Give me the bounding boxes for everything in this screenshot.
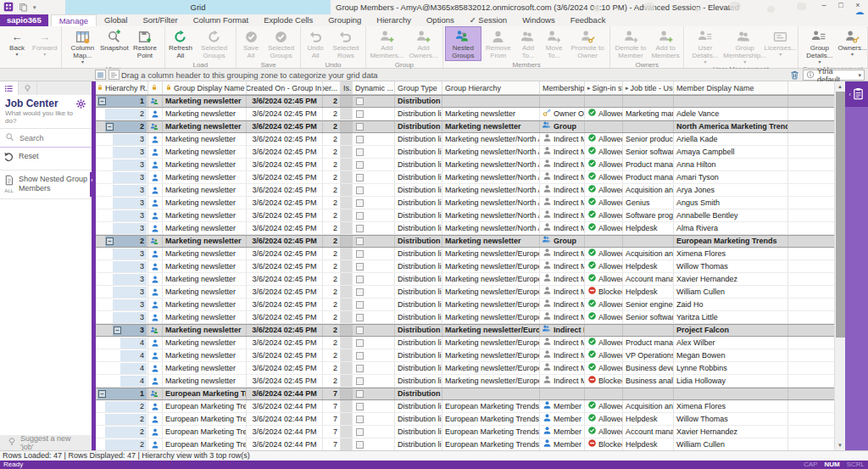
suggest-job-button[interactable]: Suggest a new 'job' xyxy=(0,435,92,450)
group-row[interactable]: −1Marketing newsletter3/6/2024 02:45 PM2… xyxy=(96,95,834,108)
column-header-dynamic[interactable]: Dynamic ... xyxy=(353,81,395,94)
window-tab-grid[interactable]: Grid xyxy=(65,0,331,14)
member-row[interactable]: 3Marketing newsletter3/6/2024 02:45 PM2D… xyxy=(96,197,834,209)
owners-button[interactable]: Owners...▾ xyxy=(839,26,865,58)
collapse-icon[interactable]: − xyxy=(114,327,121,334)
column-header-job-title-user[interactable]: ▸Job title - User ... xyxy=(623,81,674,94)
tab-hierarchy[interactable]: Hierarchy xyxy=(369,14,419,26)
dynamic-checkbox[interactable] xyxy=(356,250,364,258)
member-row[interactable]: 3Marketing newsletter3/6/2024 02:45 PM2D… xyxy=(96,159,834,171)
member-row[interactable]: 2European Marketing Trends3/6/2024 02:44… xyxy=(96,438,834,450)
tab-sort-filter[interactable]: Sort/Filter xyxy=(135,14,185,26)
collapse-icon[interactable]: − xyxy=(98,390,106,398)
column-header-created-on-group-in[interactable]: ▸Created On - Group In... xyxy=(247,81,323,94)
tab-session[interactable]: ✓ Session xyxy=(462,14,515,26)
column-header-group-hierarchy[interactable]: Group Hierarchy xyxy=(442,81,540,94)
member-row[interactable]: 3Marketing newsletter3/6/2024 02:45 PM2D… xyxy=(96,311,834,324)
column-header-item[interactable] xyxy=(148,81,163,94)
dynamic-checkbox[interactable] xyxy=(356,136,364,143)
search-input[interactable] xyxy=(18,133,77,143)
job-item-show-nested-group-members[interactable]: ALLShow Nested Group Members xyxy=(0,170,92,199)
collapse-icon[interactable]: − xyxy=(106,123,114,131)
dynamic-checkbox[interactable] xyxy=(356,225,364,232)
grouping-zone[interactable]: Drag a column header to this grouping zo… xyxy=(0,69,868,81)
column-header-member[interactable]: ▸Member... xyxy=(323,81,341,94)
side-flag-panel[interactable]: ‹ xyxy=(845,81,868,450)
snapshot-button[interactable]: Snapshot xyxy=(101,26,127,53)
dynamic-checkbox[interactable] xyxy=(356,403,364,410)
chevron-left-icon[interactable]: ‹ xyxy=(91,176,93,184)
dynamic-checkbox[interactable] xyxy=(356,327,364,334)
member-row[interactable]: 3Marketing newsletter3/6/2024 02:45 PM2D… xyxy=(96,146,834,159)
scroll-down-icon[interactable]: ▼ xyxy=(835,440,845,450)
dynamic-checkbox[interactable] xyxy=(356,123,364,131)
column-header-hierarchy-r[interactable]: Hierarchy R... xyxy=(96,81,148,94)
member-row[interactable]: 3Marketing newsletter3/6/2024 02:45 PM2D… xyxy=(96,299,834,311)
tab-feedback[interactable]: Feedback xyxy=(563,14,614,26)
column-header-membership[interactable]: Membership ... xyxy=(540,81,585,94)
dynamic-checkbox[interactable] xyxy=(356,416,364,423)
column-header-member-display-name[interactable]: Member Display Name xyxy=(674,81,788,94)
dynamic-checkbox[interactable] xyxy=(356,314,364,321)
group-row[interactable]: −3Marketing newsletter3/6/2024 02:45 PM2… xyxy=(96,324,834,337)
dynamic-checkbox[interactable] xyxy=(356,187,364,194)
dynamic-checkbox[interactable] xyxy=(356,174,364,181)
maximize-button[interactable]: □ xyxy=(832,0,849,11)
qat-dropdown-icon[interactable]: ▾ xyxy=(33,4,36,11)
dynamic-checkbox[interactable] xyxy=(356,212,364,220)
member-row[interactable]: 4Marketing newsletter3/6/2024 02:45 PM2D… xyxy=(96,362,834,375)
member-row[interactable]: 2European Marketing Trends3/6/2024 02:44… xyxy=(96,400,834,413)
sidebar-tab-suggestions[interactable] xyxy=(19,81,37,95)
tab-explode-cells[interactable]: Explode Cells xyxy=(256,14,320,26)
dynamic-checkbox[interactable] xyxy=(356,352,364,360)
view-selector-dropdown[interactable]: Ytria default ▾ xyxy=(803,70,865,81)
vertical-scrollbar[interactable]: ▲ ▼ xyxy=(834,81,845,450)
trash-icon[interactable] xyxy=(789,70,800,82)
column-header-group-type[interactable]: Group Type xyxy=(395,81,442,94)
column-map-button[interactable]: Column Map...▾ xyxy=(64,26,101,65)
dynamic-checkbox[interactable] xyxy=(356,161,364,169)
collapse-icon[interactable]: − xyxy=(106,237,114,245)
list-view-toggle-icon[interactable] xyxy=(108,70,120,80)
copy-icon[interactable] xyxy=(19,3,28,14)
member-row[interactable]: 3Marketing newsletter3/6/2024 02:45 PM2D… xyxy=(96,273,834,286)
member-row[interactable]: 4Marketing newsletter3/6/2024 02:45 PM2D… xyxy=(96,337,834,349)
member-row[interactable]: 4Marketing newsletter3/6/2024 02:45 PM2D… xyxy=(96,375,834,388)
dynamic-checkbox[interactable] xyxy=(356,365,364,372)
tab-grouping[interactable]: Grouping xyxy=(320,14,369,26)
member-row[interactable]: 3Marketing newsletter3/6/2024 02:45 PM2D… xyxy=(96,209,834,222)
dynamic-checkbox[interactable] xyxy=(356,148,364,156)
tab-global[interactable]: Global xyxy=(97,14,135,26)
group-row[interactable]: −1European Marketing Trends3/6/2024 02:4… xyxy=(96,388,834,400)
column-header-is[interactable]: Is... xyxy=(341,81,353,94)
member-row[interactable]: 2European Marketing Trends3/6/2024 02:44… xyxy=(96,426,834,438)
tab-windows[interactable]: Windows xyxy=(515,14,563,26)
sidebar-tab-jobs[interactable] xyxy=(0,81,19,95)
nested-groups-button[interactable]: Nested Groups xyxy=(445,26,481,61)
tab-options[interactable]: Options xyxy=(419,14,462,26)
group-row[interactable]: −2Marketing newsletter3/6/2024 02:45 PM2… xyxy=(96,120,834,133)
gear-icon[interactable] xyxy=(75,98,86,111)
dynamic-checkbox[interactable] xyxy=(356,301,364,309)
dynamic-checkbox[interactable] xyxy=(356,288,364,296)
member-row[interactable]: 4Marketing newsletter3/6/2024 02:45 PM2D… xyxy=(96,349,834,362)
dynamic-checkbox[interactable] xyxy=(356,237,364,245)
member-row[interactable]: 3Marketing newsletter3/6/2024 02:45 PM2D… xyxy=(96,133,834,146)
refresh-all-button[interactable]: Refresh All xyxy=(167,26,195,61)
flag-panel-header[interactable]: ‹ xyxy=(845,81,868,107)
dynamic-checkbox[interactable] xyxy=(356,98,364,105)
dynamic-checkbox[interactable] xyxy=(356,339,364,347)
close-button[interactable]: × xyxy=(849,0,866,11)
member-row[interactable]: 2European Marketing Trends3/6/2024 02:44… xyxy=(96,413,834,426)
collapse-icon[interactable]: − xyxy=(98,98,106,105)
member-row[interactable]: 3Marketing newsletter3/6/2024 02:45 PM2D… xyxy=(96,248,834,260)
dynamic-checkbox[interactable] xyxy=(356,199,364,207)
dynamic-checkbox[interactable] xyxy=(356,377,364,385)
back-button[interactable]: ←Back▾ xyxy=(4,26,30,58)
grid-view-toggle-icon[interactable] xyxy=(95,70,106,80)
group-row[interactable]: −2Marketing newsletter3/6/2024 02:45 PM2… xyxy=(96,235,834,248)
group-details-button[interactable]: Group Details...▾ xyxy=(800,26,839,65)
dynamic-checkbox[interactable] xyxy=(356,428,364,436)
member-row[interactable]: 2Marketing newsletter3/6/2024 02:45 PM2D… xyxy=(96,108,834,120)
member-row[interactable]: 3Marketing newsletter3/6/2024 02:45 PM2D… xyxy=(96,222,834,235)
